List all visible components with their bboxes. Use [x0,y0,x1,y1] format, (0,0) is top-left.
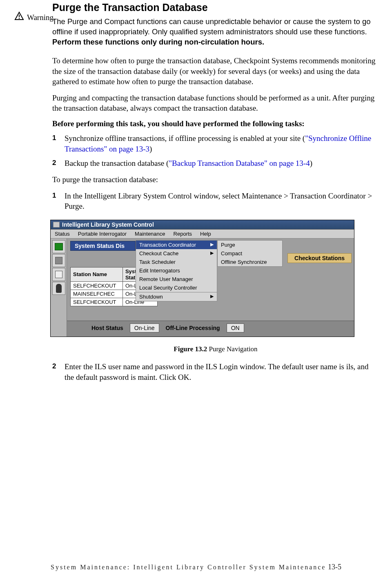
ss-host-status-bar: Host Status On-Line Off-Line Processing … [67,321,354,337]
prereq-item-1-number: 1 [52,133,65,154]
ss-sidebar [51,239,67,337]
ss-th-station-name: Station Name [71,267,123,281]
prereq-item-2-close: ) [310,159,312,167]
prereq-item-2: 2 Backup the transaction database ("Back… [52,158,379,169]
ss-system-status-label: System Status Dis [70,241,136,251]
step-2-username: ils [346,362,354,371]
ss-submenu-offline-synchronize[interactable]: Offline Synchronize [218,258,282,266]
warning-text-a: The Purge and Compact functions can caus… [52,17,371,36]
step-2-text-a: Enter the ILS user name and password in … [65,362,346,371]
footer-page-number: 13-5 [326,563,341,571]
chevron-right-icon: ▶ [210,294,214,300]
ss-maintenance-dropdown: Transaction Coordinator▶ Checkout Cache▶… [136,240,217,301]
ss-checkout-stations-header: Checkout Stations [287,253,352,263]
ss-menu-edit-interrogators[interactable]: Edit Interrogators [136,266,217,275]
ss-titlebar: Intelligent Library System Control [51,220,354,230]
step-2-text-g: . [189,373,192,381]
ss-app-icon [53,222,60,227]
ss-body: System Status Dis Transaction Coordinato… [51,239,354,337]
svg-point-1 [19,18,20,19]
figure-caption-number: Figure 13.2 [174,345,207,353]
paragraph-1: To determine how often to purge the tran… [52,56,379,87]
page-footer: System Maintenance: Intelligent Library … [0,563,392,571]
chevron-right-icon: ▶ [210,250,214,256]
figure-wrap: Intelligent Library System Control Statu… [50,220,379,337]
ss-host-status-label: Host Status [91,325,123,331]
ss-sidebar-person-icon[interactable] [52,282,65,295]
ss-offline-processing-label: Off-Line Processing [166,325,220,331]
ss-main: System Status Dis Transaction Coordinato… [67,239,354,337]
ss-menubar: Status Portable Interrogator Maintenance… [51,230,354,239]
figure-caption-text: Purge Navigation [207,345,257,353]
ss-sidebar-status-icon[interactable] [52,240,65,253]
ss-menu-status[interactable]: Status [55,231,70,237]
ss-menu-portable-interrogator[interactable]: Portable Interrogator [78,231,127,237]
ss-submenu-purge[interactable]: Purge [218,241,282,249]
warning-callout: Warning [14,11,53,23]
ss-menu-shutdown[interactable]: Shutdown▶ [136,292,217,301]
prereq-item-2-number: 2 [52,158,65,169]
warning-icon [14,11,24,23]
ss-transaction-submenu: Purge Compact Offline Synchronize [217,240,283,267]
step-2-number: 2 [52,361,65,382]
page-heading: Purge the Transaction Database [52,2,379,13]
ss-menu-maintenance[interactable]: Maintenance [135,231,165,237]
ss-menu-help[interactable]: Help [200,231,211,237]
paragraph-3: To purge the transaction database: [52,174,379,185]
ss-menu-checkout-cache[interactable]: Checkout Cache▶ [136,249,217,258]
ss-menu-transaction-coordinator[interactable]: Transaction Coordinator▶ [136,241,217,249]
chevron-right-icon: ▶ [210,242,214,248]
step-2: 2 Enter the ILS user name and password i… [52,361,379,382]
ss-menu-reports[interactable]: Reports [174,231,192,237]
ss-sidebar-book-icon[interactable] [52,268,65,281]
figure-caption: Figure 13.2 Purge Navigation [52,345,379,353]
ss-sidebar-link-icon[interactable] [52,254,65,267]
ss-menu-local-security-controller[interactable]: Local Security Controller [136,283,217,292]
warning-paragraph: The Purge and Compact functions can caus… [52,17,379,47]
prereq-heading: Before performing this task, you should … [52,119,379,128]
step-1-text-a: In the Intelligent Library System Contro… [65,192,242,200]
step-2-password: maint [138,373,155,381]
ss-submenu-compact[interactable]: Compact [218,249,282,258]
step-1-text-c: . [82,202,85,210]
prereq-item-1-text: Synchronize offline transactions, if off… [65,134,305,143]
prereq-list: 1 Synchronize offline transactions, if o… [52,133,379,169]
ss-offline-processing-value: ON [227,323,244,332]
ss-title: Intelligent Library System Control [62,221,154,228]
paragraph-2: Purging and compacting the transaction d… [52,93,379,114]
steps-list-2: 2 Enter the ILS user name and password i… [52,361,379,382]
steps-list-1: 1 In the Intelligent Library System Cont… [52,191,379,212]
warning-label: Warning [27,13,53,22]
prereq-item-2-link[interactable]: "Backup Transaction Database" on page 13… [169,159,310,167]
prereq-item-1: 1 Synchronize offline transactions, if o… [52,133,379,154]
step-1-number: 1 [52,191,65,212]
ss-menu-remote-user-manager[interactable]: Remote User Manager [136,275,217,283]
ss-menu-task-scheduler[interactable]: Task Scheduler [136,258,217,266]
step-2-ok-button-ref: OK [178,373,189,381]
screenshot: Intelligent Library System Control Statu… [50,220,354,337]
warning-text-b: Perform these functions only during non-… [52,38,264,46]
prereq-item-2-text: Backup the transaction database ( [65,159,169,167]
ss-host-status-value: On-Line [130,323,159,332]
prereq-item-1-close: ) [149,145,152,153]
step-1: 1 In the Intelligent Library System Cont… [52,191,379,212]
footer-breadcrumb: System Maintenance: Intelligent Library … [51,564,326,571]
step-2-text-e: . Click [156,373,178,381]
